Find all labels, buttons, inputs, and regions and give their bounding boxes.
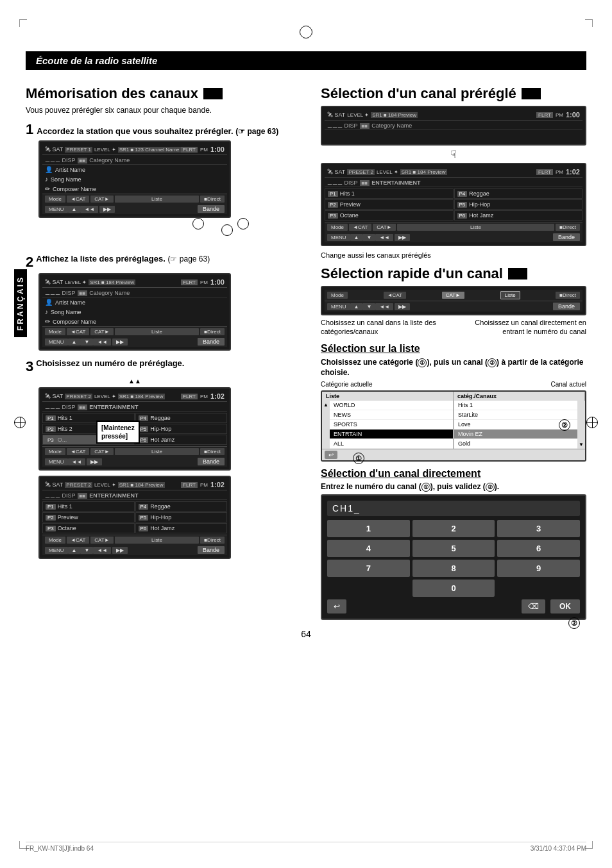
right-column: Sélection d'un canal préréglé 🛰 SAT LEVE… bbox=[321, 75, 586, 622]
left-column: Mémorisation des canaux Vous pouvez prér… bbox=[26, 75, 308, 622]
chi-delete-button[interactable]: ⌫ bbox=[522, 599, 545, 613]
chi-key-4[interactable]: 4 bbox=[327, 540, 410, 557]
selection-liste-title: Sélection sur la liste bbox=[321, 343, 586, 355]
chi-ok-button[interactable]: OK bbox=[550, 599, 580, 613]
language-label: FRANÇAIS bbox=[14, 269, 27, 337]
callout-box: [Maintenezpressée] bbox=[96, 421, 140, 444]
chi-screen: CH1_ 1 2 3 4 5 6 7 8 9 0 ↩ bbox=[321, 494, 586, 620]
chi-display: CH1_ bbox=[327, 501, 580, 516]
chi-bottom-bar: ↩ ⌫ OK bbox=[327, 599, 580, 613]
selection-preset-title: Sélection d'un canal préréglé bbox=[321, 85, 586, 102]
chi-circle-2: ② bbox=[568, 617, 580, 629]
preset-top-screen: 🛰 SAT LEVEL ✦ SR1 ■ 184 Preview FLRT PM … bbox=[321, 106, 586, 146]
chi-key-1[interactable]: 1 bbox=[327, 520, 410, 537]
section-header: Écoute de la radio satellite bbox=[26, 51, 586, 70]
label-direct: Choisissez un canal directement en entra… bbox=[475, 318, 586, 337]
chi-key-6[interactable]: 6 bbox=[497, 540, 580, 557]
corner-mark-tl bbox=[19, 19, 27, 27]
chi-screen-container: CH1_ 1 2 3 4 5 6 7 8 9 0 ↩ bbox=[321, 494, 586, 620]
chi-key-2[interactable]: 2 bbox=[412, 520, 495, 537]
chi-key-3[interactable]: 3 bbox=[497, 520, 580, 537]
finger-indicator: ☟ bbox=[321, 148, 586, 160]
step3-screen2: 🛰 SAT PRESET 2 LEVEL ✦ SR1 ■ 184 Preview… bbox=[38, 476, 231, 559]
step3-screen1-container: 🛰 SAT PRESET 2 LEVEL ✦ SR1 ■ 184 Preview… bbox=[38, 387, 231, 471]
crosshair-top bbox=[300, 26, 312, 38]
cat-canal-container: Catégorie actuelle Canal actuel Liste ca… bbox=[321, 381, 586, 462]
step2-container: 2 Affichez la liste des préréglages. (☞ … bbox=[26, 254, 308, 351]
footer-left: FR_KW-NT3[J]f.indb 64 bbox=[26, 845, 94, 852]
chi-key-0[interactable]: 0 bbox=[412, 580, 495, 597]
selection-desc: Choisissez une catégorie (①), puis un ca… bbox=[321, 357, 586, 379]
direct-desc: Entrez le numéro du canal (①), puis vali… bbox=[321, 482, 586, 492]
step3-container: 3 Choisissez un numéro de préréglage. ▲▲… bbox=[26, 358, 308, 559]
circle-2: 2 bbox=[192, 218, 204, 230]
crosshair-right bbox=[586, 417, 598, 428]
corner-mark-tr bbox=[585, 19, 593, 27]
page-number: 64 bbox=[0, 629, 612, 639]
cat-circle-1: ① bbox=[353, 453, 364, 464]
arrows-up: ▲▲ bbox=[38, 378, 231, 385]
chi-keypad: 1 2 3 4 5 6 7 8 9 0 bbox=[327, 520, 580, 597]
preset-bottom-screen: 🛰 SAT PRESET 2 LEVEL ✦ SR1 ■ 184 Preview… bbox=[321, 163, 586, 246]
cat-canal-screen: Liste catég./Canaux ▲ WORLD NEWS SPORTS … bbox=[321, 390, 586, 462]
step1-screen: 🛰 SAT PRESET 1 LEVEL ✦ SR1 ■ 123 Channel… bbox=[38, 140, 231, 218]
label-liste: Choisissez un canal dans la liste des ca… bbox=[321, 318, 467, 337]
step2-screen: 🛰 SAT LEVEL ✦ SR1 ■ 184 Preview FLRT PM … bbox=[38, 273, 231, 351]
title-bar bbox=[203, 88, 223, 99]
step1-container: 1 Accordez la station que vous souhaitez… bbox=[26, 121, 308, 249]
chi-back-button[interactable]: ↩ bbox=[327, 599, 346, 613]
chi-key-9[interactable]: 9 bbox=[497, 560, 580, 577]
mode-labels: Choisissez un canal dans la liste des ca… bbox=[321, 318, 586, 337]
chi-key-empty-left bbox=[327, 580, 410, 597]
chi-key-5[interactable]: 5 bbox=[412, 540, 495, 557]
canal-circle-2: ② bbox=[559, 419, 570, 431]
chi-key-empty-right bbox=[497, 580, 580, 597]
circle-3: 3 bbox=[221, 224, 233, 236]
footer: FR_KW-NT3[J]f.indb 64 3/31/10 4:37:04 PM bbox=[26, 842, 586, 852]
selection-rapide-title: Sélection rapide d'un canal bbox=[321, 265, 586, 282]
chi-key-8[interactable]: 8 bbox=[412, 560, 495, 577]
title-bar-2 bbox=[522, 88, 541, 99]
title-bar-3 bbox=[508, 268, 527, 280]
memorisation-title: Mémorisation des canaux bbox=[26, 85, 308, 102]
crosshair-left bbox=[14, 417, 26, 428]
selection-direct-title: Sélection d'un canal directement bbox=[321, 468, 586, 480]
step1-number: 1 Accordez la station que vous souhaitez… bbox=[26, 121, 308, 138]
memorisation-subtitle: Vous pouvez prérégler six canaux pour ch… bbox=[26, 106, 308, 115]
mode-screen: Mode ◄CAT CAT► Liste ■Direct MENU ▲ ▼ ◄◄… bbox=[321, 286, 586, 315]
chi-key-7[interactable]: 7 bbox=[327, 560, 410, 577]
circle-1: 1 bbox=[237, 218, 249, 230]
footer-right: 3/31/10 4:37:04 PM bbox=[531, 845, 586, 852]
preset-note: Change aussi les canaux préréglés bbox=[321, 251, 586, 259]
